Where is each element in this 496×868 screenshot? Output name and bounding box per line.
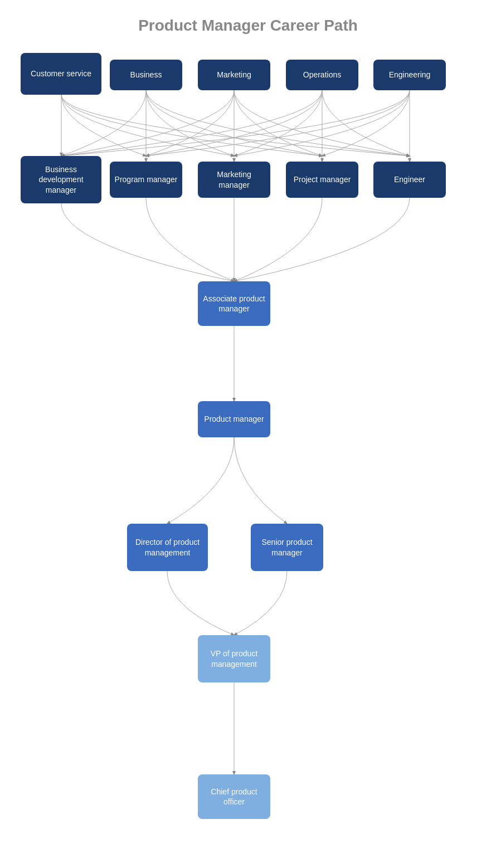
node-engineer: Engineer xyxy=(373,162,446,198)
node-marketing-manager: Marketing manager xyxy=(198,162,270,198)
node-cpo: Chief product officer xyxy=(198,774,270,819)
page: Product Manager Career Path xyxy=(0,0,496,868)
node-program-manager: Program manager xyxy=(110,162,182,198)
node-biz-dev-manager: Business development manager xyxy=(21,156,101,203)
node-operations: Operations xyxy=(286,60,358,90)
node-engineering: Engineering xyxy=(373,60,446,90)
node-director-pm: Director of product management xyxy=(127,524,208,571)
node-customer-service: Customer service xyxy=(21,53,101,95)
node-product-manager: Product manager xyxy=(198,401,270,437)
nodes-container: Customer service Business Marketing Oper… xyxy=(0,0,496,868)
node-vp-pm: VP of product management xyxy=(198,635,270,682)
node-business: Business xyxy=(110,60,182,90)
node-project-manager: Project manager xyxy=(286,162,358,198)
node-senior-pm: Senior product manager xyxy=(251,524,323,571)
node-marketing: Marketing xyxy=(198,60,270,90)
node-assoc-pm: Associate product manager xyxy=(198,281,270,326)
